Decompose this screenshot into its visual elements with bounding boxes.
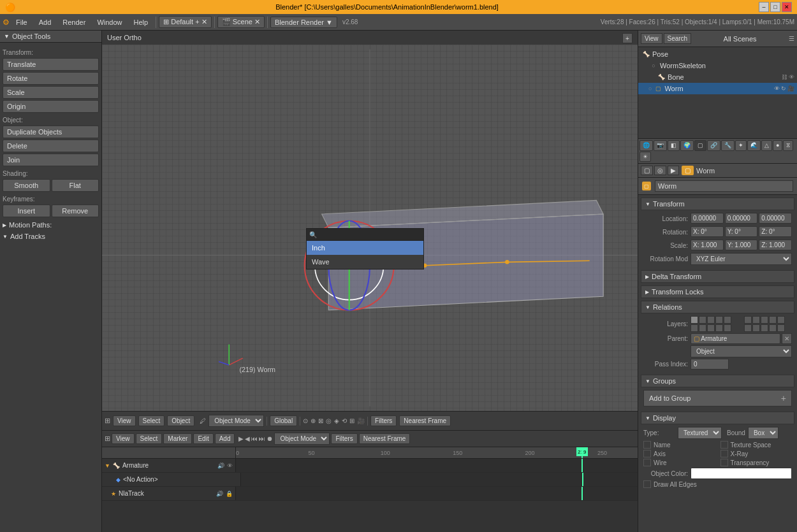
location-x[interactable]: 0.00000 <box>691 213 724 224</box>
rotation-z[interactable]: Z: 0° <box>759 226 792 237</box>
vp-icon-1[interactable]: ⊙ <box>303 417 308 424</box>
xray-checkbox[interactable] <box>720 450 728 457</box>
vp-icon-5[interactable]: ◈ <box>334 417 339 424</box>
wire-checkbox[interactable] <box>643 459 651 466</box>
parent-value[interactable]: ▢ Armature <box>691 333 780 344</box>
global-button[interactable]: Global <box>270 415 297 426</box>
layer-12[interactable] <box>752 316 760 324</box>
texture-space-checkbox[interactable] <box>720 441 728 449</box>
props-tab-ssao[interactable]: ☀ <box>640 152 651 162</box>
menu-render[interactable]: Render <box>57 17 91 27</box>
scale-button[interactable]: Scale <box>3 86 99 99</box>
delta-transform-header[interactable]: ▶ Delta Transform <box>641 270 794 283</box>
timeline-view-button[interactable]: View <box>112 433 135 444</box>
duplicate-objects-button[interactable]: Duplicate Objects <box>3 126 99 138</box>
transparency-checkbox[interactable] <box>720 459 728 466</box>
object-menu-button[interactable]: Object <box>167 415 194 426</box>
props-tab-particles[interactable]: ✦ <box>735 140 747 151</box>
layer-18[interactable] <box>761 324 768 332</box>
rotation-mod-select[interactable]: XYZ Euler <box>691 253 792 265</box>
select-menu-button[interactable]: Select <box>138 415 165 426</box>
mode-selector[interactable]: Object Mode <box>208 415 264 427</box>
props-tab-world[interactable]: 🌍 <box>680 140 694 151</box>
props-tab-physics[interactable]: 🌊 <box>747 140 761 151</box>
props-tab-material[interactable]: ● <box>773 140 782 151</box>
delete-button[interactable]: Delete <box>3 140 99 152</box>
layer-3[interactable] <box>707 316 715 324</box>
props-bar-btn2[interactable]: ◎ <box>654 166 666 175</box>
layer-10[interactable] <box>724 324 731 332</box>
viewport-area[interactable]: User Ortho + <box>102 31 638 430</box>
translate-button[interactable]: Translate <box>3 58 99 71</box>
origin-button[interactable]: Origin <box>3 100 99 113</box>
rotation-x[interactable]: X: 0° <box>691 226 724 237</box>
timeline-edit-button[interactable]: Edit <box>193 433 213 444</box>
outliner-item-worm[interactable]: ○ ▢ Worm 👁 ↻ 🎥 <box>638 83 797 94</box>
worm-render-icon[interactable]: 🎥 <box>787 85 794 92</box>
timeline-frame-button[interactable]: Nearest Frame <box>359 433 411 444</box>
parent-clear-button[interactable]: ✕ <box>782 333 792 344</box>
join-button[interactable]: Join <box>3 154 99 166</box>
outliner-search-button[interactable]: Search <box>664 33 692 44</box>
props-tab-object[interactable]: ▢ <box>694 140 706 151</box>
layer-4[interactable] <box>715 316 723 324</box>
location-y[interactable]: 0.00000 <box>725 213 758 224</box>
dropdown-item-inch[interactable]: Inch <box>307 241 423 255</box>
layer-20[interactable] <box>777 324 785 332</box>
vp-icon-4[interactable]: ◎ <box>326 417 332 424</box>
dropdown-item-wave[interactable]: Wave <box>307 255 423 269</box>
layer-13[interactable] <box>761 316 768 324</box>
menu-file[interactable]: File <box>11 17 33 27</box>
close-button[interactable]: ✕ <box>782 2 792 12</box>
vp-icon-2[interactable]: ⊕ <box>311 417 316 424</box>
props-tab-scene[interactable]: 🌐 <box>640 140 653 151</box>
parent-type-select[interactable]: Object <box>691 345 792 357</box>
layer-2[interactable] <box>699 316 706 324</box>
props-tab-constraints[interactable]: 🔗 <box>707 140 720 151</box>
layer-6[interactable] <box>691 324 698 332</box>
outliner-item-pose[interactable]: 🦴 Pose <box>638 48 797 60</box>
menu-add[interactable]: Add <box>34 17 57 27</box>
transform-section-header[interactable]: ▼ Transform <box>641 198 794 210</box>
props-tab-texture[interactable]: ⧖ <box>783 140 793 151</box>
draw-all-edges-checkbox[interactable] <box>643 480 651 488</box>
axis-checkbox[interactable] <box>643 450 651 457</box>
add-tracks-header[interactable]: ▼ Add Tracks <box>3 233 99 240</box>
props-tab-data[interactable]: △ <box>761 140 772 151</box>
layer-15[interactable] <box>777 316 785 324</box>
remove-keyframe-button[interactable]: Remove <box>52 205 99 217</box>
props-tab-layers[interactable]: ◧ <box>668 140 680 151</box>
rotate-button[interactable]: Rotate <box>3 72 99 85</box>
scale-x[interactable]: X: 1.000 <box>691 240 724 250</box>
add-to-group-button[interactable]: Add to Group + <box>643 390 792 406</box>
viewport-corner-button[interactable]: + <box>622 33 632 43</box>
vp-icon-7[interactable]: ⊞ <box>349 417 355 424</box>
timeline-marker-button[interactable]: Marker <box>163 433 192 444</box>
layer-8[interactable] <box>707 324 715 332</box>
timeline-mode-selector[interactable]: Object Mode <box>274 433 330 445</box>
outliner-view-button[interactable]: View <box>641 33 662 44</box>
outliner-item-bone[interactable]: 🦴 Bone ⛓ 👁 <box>638 71 797 83</box>
object-name-input[interactable] <box>655 180 793 192</box>
worm-eye-icon[interactable]: 👁 <box>774 85 780 92</box>
layer-14[interactable] <box>769 316 777 324</box>
bound-select[interactable]: Box <box>748 427 779 439</box>
layer-17[interactable] <box>752 324 760 332</box>
props-tab-modifiers[interactable]: 🔧 <box>721 140 735 151</box>
name-checkbox[interactable] <box>643 441 651 449</box>
object-color-swatch[interactable] <box>691 468 792 479</box>
view-menu-button[interactable]: View <box>113 415 136 426</box>
timeline-filter-button[interactable]: Filters <box>331 433 357 444</box>
minimize-button[interactable]: – <box>759 2 769 12</box>
filters-button[interactable]: Filters <box>370 415 397 426</box>
layer-19[interactable] <box>769 324 777 332</box>
search-dropdown[interactable]: 🔍 Inch Wave <box>306 228 424 270</box>
layer-9[interactable] <box>715 324 723 332</box>
vp-icon-3[interactable]: ⊠ <box>318 417 323 424</box>
display-header[interactable]: ▼ Display <box>641 412 794 424</box>
engine-selector[interactable]: Blender Render ▼ <box>270 17 337 28</box>
scene-selector[interactable]: 🎬 Scene ✕ <box>217 16 265 28</box>
vp-icon-8[interactable]: 🎥 <box>357 417 365 424</box>
menu-window[interactable]: Window <box>92 17 127 27</box>
layer-1[interactable] <box>691 316 698 324</box>
